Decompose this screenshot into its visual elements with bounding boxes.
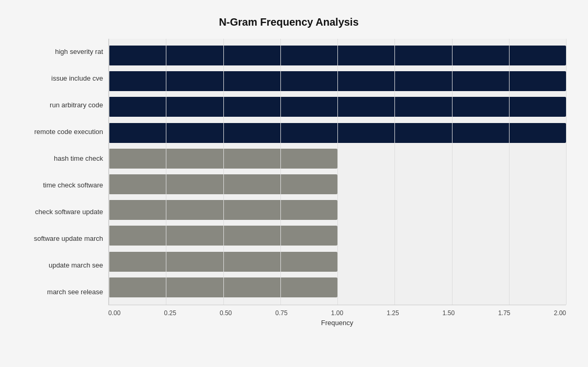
x-axis: 0.000.250.500.751.001.251.501.752.00 <box>108 305 566 317</box>
y-label: high severity rat <box>55 48 103 56</box>
chart-area: high severity ratissue include cverun ar… <box>12 39 566 327</box>
x-tick: 0.00 <box>108 309 120 317</box>
chart-container: N-Gram Frequency Analysis high severity … <box>6 6 582 362</box>
bar-row <box>109 275 566 300</box>
y-label: hash time check <box>54 154 103 163</box>
bars-container <box>108 39 566 305</box>
bar-row <box>109 94 566 119</box>
x-tick: 1.00 <box>331 309 343 317</box>
bar <box>109 97 566 117</box>
bar-row <box>109 69 566 94</box>
x-tick: 1.75 <box>498 309 510 317</box>
bar-row <box>109 197 566 223</box>
y-label: update march see <box>49 261 103 270</box>
x-tick: 1.25 <box>387 309 399 317</box>
grid-line <box>566 39 567 305</box>
chart-title: N-Gram Frequency Analysis <box>12 16 566 28</box>
x-tick: 0.50 <box>220 309 232 317</box>
bar-row <box>109 249 566 274</box>
x-tick: 0.75 <box>275 309 287 317</box>
bar <box>109 200 337 220</box>
y-axis: high severity ratissue include cverun ar… <box>12 39 108 327</box>
bar <box>109 252 337 272</box>
x-tick: 2.00 <box>554 309 566 317</box>
y-label: check software update <box>35 208 103 216</box>
bar <box>109 149 337 169</box>
y-label: issue include cve <box>51 74 103 83</box>
bar-row <box>109 120 566 146</box>
x-tick: 1.50 <box>443 309 455 317</box>
y-label: remote code execution <box>34 128 103 136</box>
x-tick: 0.25 <box>164 309 176 317</box>
y-label: time check software <box>43 181 103 190</box>
bar <box>109 226 337 246</box>
y-label: march see release <box>47 288 103 296</box>
bar-row <box>109 172 566 197</box>
x-axis-label: Frequency <box>108 319 566 327</box>
y-label: run arbitrary code <box>50 101 103 109</box>
y-label: software update march <box>34 235 103 243</box>
bar-row <box>109 223 566 248</box>
bar-row <box>109 43 566 68</box>
bar <box>109 174 337 194</box>
bar <box>109 46 566 65</box>
bar <box>109 71 566 91</box>
bar <box>109 123 566 143</box>
bar <box>109 277 337 297</box>
plot-area: 0.000.250.500.751.001.251.501.752.00 Fre… <box>108 39 566 327</box>
bar-row <box>109 146 566 171</box>
